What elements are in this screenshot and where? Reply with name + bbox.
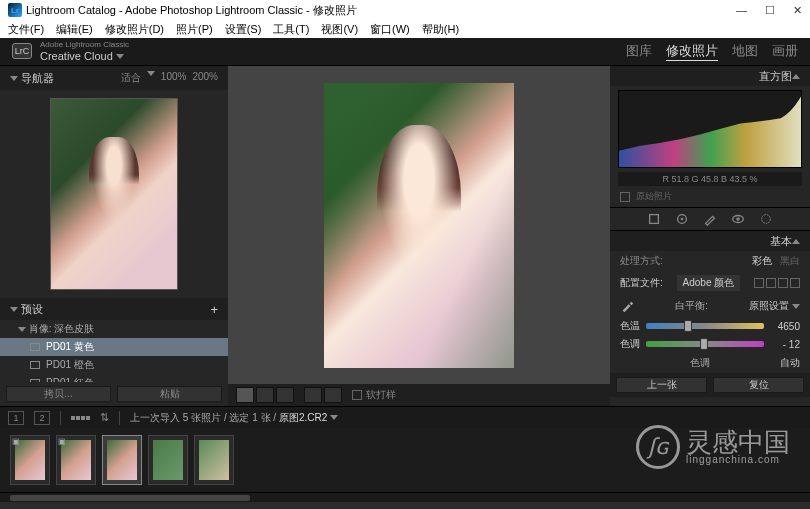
chevron-down-icon [330,415,338,420]
identity-menu-icon[interactable] [116,54,124,59]
histogram-title: 直方图 [759,69,792,84]
menu-photo[interactable]: 照片(P) [176,22,213,37]
original-label: 原始照片 [636,190,672,203]
main-window-button[interactable]: 1 [8,411,24,425]
filmstrip-thumb[interactable] [194,435,234,485]
menu-settings[interactable]: 设置(S) [225,22,262,37]
add-preset-button[interactable]: + [210,302,218,317]
close-button[interactable]: ✕ [793,4,802,17]
before-after-lr-button[interactable] [256,387,274,403]
before-after-tb-button[interactable] [276,387,294,403]
menu-file[interactable]: 文件(F) [8,22,44,37]
radial-filter-icon[interactable] [759,212,773,226]
navigator-image [50,98,178,290]
module-picker: 图库 修改照片 地图 画册 [626,42,798,61]
tint-value[interactable]: - 12 [770,339,800,350]
second-window-button[interactable]: 2 [34,411,50,425]
swap-button[interactable] [304,387,322,403]
preset-item[interactable]: PD01 红色 [0,374,228,382]
original-checkbox[interactable] [620,192,630,202]
presets-header[interactable]: 预设 + [0,298,228,320]
collapse-icon [792,239,800,244]
svg-point-4 [736,217,740,221]
tone-label: 色调 [620,356,780,370]
preset-item[interactable]: PD01 橙色 [0,356,228,374]
develop-toolbar: 软打样 [228,384,610,406]
filmstrip[interactable]: ▣ ▣ [0,428,810,492]
whitebalance-select[interactable]: 原照设置 [749,299,800,313]
treatment-color[interactable]: 彩色 [752,254,772,268]
zoom-200[interactable]: 200% [192,71,218,85]
tint-slider[interactable] [646,341,764,347]
module-map[interactable]: 地图 [732,42,758,61]
chevron-down-icon [792,304,800,309]
profile-select[interactable]: Adobe 颜色 [677,275,741,291]
filmstrip-thumb[interactable]: ▣ [10,435,50,485]
copy-button[interactable]: 拷贝... [6,386,111,402]
basic-title: 基本 [770,234,792,249]
redeye-tool-icon[interactable] [731,212,745,226]
spot-removal-icon[interactable] [675,212,689,226]
module-develop[interactable]: 修改照片 [666,42,718,61]
profile-browser-button[interactable] [754,278,800,288]
preset-group[interactable]: 肖像: 深色皮肤 [0,320,228,338]
paste-button[interactable]: 粘贴 [117,386,222,402]
loupe-view[interactable] [228,66,610,384]
svg-rect-0 [650,215,659,224]
module-book[interactable]: 画册 [772,42,798,61]
temp-slider[interactable] [646,323,764,329]
breadcrumb[interactable]: 上一次导入 5 张照片 / 选定 1 张 / 原图2.CR2 [130,411,338,425]
center-panel: 软打样 [228,66,610,406]
preset-icon [30,361,40,369]
menu-window[interactable]: 窗口(W) [370,22,410,37]
tint-label: 色调 [620,337,640,351]
zoom-fit[interactable]: 适合 [121,71,141,85]
title-bar: Lr Lightroom Catalog - Adobe Photoshop L… [0,0,810,20]
stack-badge-icon: ▣ [58,437,66,446]
tool-strip [610,207,810,231]
presets-panel: 预设 + 肖像: 深色皮肤 PD01 黄色 PD01 橙色 PD01 红色 PD… [0,298,228,382]
navigator-preview[interactable] [0,90,228,298]
menu-edit[interactable]: 编辑(E) [56,22,93,37]
zoom-100[interactable]: 100% [161,71,187,85]
menu-develop[interactable]: 修改照片(D) [105,22,164,37]
temp-value[interactable]: 4650 [770,321,800,332]
menu-view[interactable]: 视图(V) [321,22,358,37]
grid-view-icon[interactable] [71,416,90,420]
histogram-header[interactable]: 直方图 [610,66,810,86]
sort-icon[interactable]: ⇅ [100,411,109,424]
main-photo [324,83,514,368]
brush-tool-icon[interactable] [703,212,717,226]
identity-line2: Creative Cloud [40,50,129,62]
basic-panel-header[interactable]: 基本 [610,231,810,251]
module-library[interactable]: 图库 [626,42,652,61]
collapse-icon [792,74,800,79]
histogram[interactable] [618,90,802,168]
minimize-button[interactable]: — [736,4,747,17]
filmstrip-thumb[interactable] [102,435,142,485]
right-panel: 直方图 R 51.8 G 45.8 B 43.5 % 原始照片 基本 处理方式: [610,66,810,406]
preset-icon [30,343,40,351]
maximize-button[interactable]: ☐ [765,4,775,17]
collapse-icon [10,76,18,81]
menu-tools[interactable]: 工具(T) [273,22,309,37]
filmstrip-thumb[interactable]: ▣ [56,435,96,485]
preset-item[interactable]: PD01 黄色 [0,338,228,356]
loupe-view-button[interactable] [236,387,254,403]
softproof-checkbox[interactable] [352,390,362,400]
copy-before-button[interactable] [324,387,342,403]
chevron-down-icon[interactable] [147,71,155,76]
crop-tool-icon[interactable] [647,212,661,226]
navigator-header[interactable]: 导航器 适合 100% 200% [0,66,228,90]
reset-button[interactable]: 复位 [713,377,804,393]
menu-help[interactable]: 帮助(H) [422,22,459,37]
eyedropper-icon[interactable] [620,299,634,313]
filmstrip-scrollbar[interactable] [0,492,810,502]
filmstrip-thumb[interactable] [148,435,188,485]
whitebalance-label: 白平衡: [640,299,743,313]
previous-button[interactable]: 上一张 [616,377,707,393]
navigator-title: 导航器 [21,72,54,84]
auto-tone-button[interactable]: 自动 [780,356,800,370]
treatment-bw[interactable]: 黑白 [780,254,800,268]
collapse-icon [10,307,18,312]
